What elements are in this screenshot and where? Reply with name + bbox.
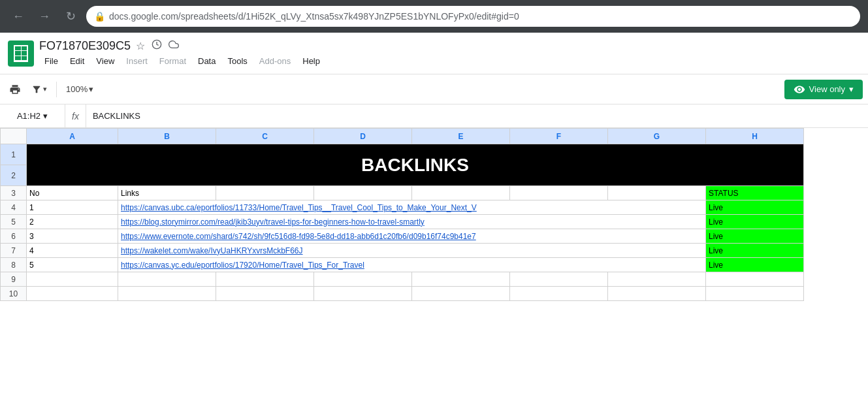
cell-b8[interactable]: https://canvas.yc.edu/eportfolios/17920/… <box>118 258 706 272</box>
address-bar[interactable]: 🔒 docs.google.com/spreadsheets/d/1Hi52K_… <box>86 6 860 27</box>
menu-help[interactable]: Help <box>297 54 325 69</box>
view-only-dropdown-arrow: ▾ <box>849 84 854 94</box>
print-button[interactable] <box>5 81 25 98</box>
zoom-selector[interactable]: 100% ▾ <box>62 82 97 97</box>
cell-f10[interactable] <box>510 287 608 301</box>
col-header-c[interactable]: C <box>216 129 314 144</box>
row-num-7: 7 <box>1 244 27 258</box>
cell-c9[interactable] <box>216 272 314 287</box>
cell-e10[interactable] <box>412 287 510 301</box>
cell-b10[interactable] <box>118 287 216 301</box>
eye-icon <box>794 84 805 95</box>
table-row: 9 <box>1 272 804 287</box>
row-num-2: 2 <box>1 165 27 186</box>
doc-title: FO71870E309C5 <box>39 39 131 53</box>
cell-reference[interactable]: A1:H2 ▾ <box>0 104 65 127</box>
reload-button[interactable]: ↻ <box>60 6 81 27</box>
back-button[interactable]: ← <box>8 6 29 27</box>
col-header-a[interactable]: A <box>27 129 118 144</box>
cell-a5[interactable]: 2 <box>27 215 118 229</box>
grid-table: A B C D E F G H 1 BACKLINKS 2 <box>0 128 804 301</box>
cell-g3[interactable] <box>608 186 706 200</box>
history-button[interactable] <box>150 38 163 54</box>
cell-h9[interactable] <box>706 272 804 287</box>
col-header-d[interactable]: D <box>314 129 412 144</box>
spreadsheet-grid[interactable]: A B C D E F G H 1 BACKLINKS 2 <box>0 128 868 301</box>
menu-data[interactable]: Data <box>193 54 221 69</box>
menu-view[interactable]: View <box>91 54 120 69</box>
cell-ref-dropdown[interactable]: ▾ <box>43 111 48 121</box>
menu-addons[interactable]: Add-ons <box>254 54 296 69</box>
table-row: 4 1 https://canvas.ubc.ca/eportfolios/11… <box>1 200 804 215</box>
cell-a3[interactable]: No <box>27 186 118 200</box>
lock-icon: 🔒 <box>94 11 105 22</box>
zoom-dropdown-icon: ▾ <box>89 84 93 94</box>
cell-c3[interactable] <box>216 186 314 200</box>
menu-insert[interactable]: Insert <box>121 54 153 69</box>
cell-b9[interactable] <box>118 272 216 287</box>
cell-b3[interactable]: Links <box>118 186 216 200</box>
row-num-10: 10 <box>1 287 27 301</box>
cloud-save-button[interactable] <box>167 38 180 54</box>
menu-tools[interactable]: Tools <box>222 54 252 69</box>
cell-f3[interactable] <box>510 186 608 200</box>
cell-d3[interactable] <box>314 186 412 200</box>
cell-b7[interactable]: https://wakelet.com/wake/IvyUaHKRYxvrsMc… <box>118 244 706 258</box>
formula-bar: A1:H2 ▾ fx BACKLINKS <box>0 104 868 128</box>
cell-a9[interactable] <box>27 272 118 287</box>
cell-d10[interactable] <box>314 287 412 301</box>
cell-a8[interactable]: 5 <box>27 258 118 272</box>
row-num-8: 8 <box>1 258 27 272</box>
cell-d9[interactable] <box>314 272 412 287</box>
cell-h6[interactable]: Live <box>706 229 804 244</box>
table-row: 5 2 https://blog.storymirror.com/read/jk… <box>1 215 804 229</box>
menu-format[interactable]: Format <box>154 54 191 69</box>
row-num-4: 4 <box>1 200 27 215</box>
toolbar-separator-1 <box>56 82 57 97</box>
row-num-1: 1 <box>1 144 27 165</box>
forward-button[interactable]: → <box>34 6 55 27</box>
col-header-b[interactable]: B <box>118 129 216 144</box>
col-header-g[interactable]: G <box>608 129 706 144</box>
corner-cell <box>1 129 27 144</box>
cell-ref-text: A1:H2 <box>17 111 40 121</box>
cell-b5[interactable]: https://blog.storymirror.com/read/jkib3u… <box>118 215 706 229</box>
cell-h4[interactable]: Live <box>706 200 804 215</box>
cell-b6[interactable]: https://www.evernote.com/shard/s742/sh/9… <box>118 229 706 244</box>
view-only-label: View only <box>809 84 845 94</box>
column-header-row: A B C D E F G H <box>1 129 804 144</box>
cell-e9[interactable] <box>412 272 510 287</box>
view-only-button[interactable]: View only ▾ <box>784 80 863 99</box>
cell-h8[interactable]: Live <box>706 258 804 272</box>
cell-h10[interactable] <box>706 287 804 301</box>
cell-a6[interactable]: 3 <box>27 229 118 244</box>
col-header-f[interactable]: F <box>510 129 608 144</box>
zoom-level: 100% <box>66 84 88 94</box>
cell-b4[interactable]: https://canvas.ubc.ca/eportfolios/11733/… <box>118 200 706 215</box>
col-header-e[interactable]: E <box>412 129 510 144</box>
cell-h7[interactable]: Live <box>706 244 804 258</box>
menu-file[interactable]: File <box>39 54 63 69</box>
cell-g10[interactable] <box>608 287 706 301</box>
cell-a4[interactable]: 1 <box>27 200 118 215</box>
cell-h3[interactable]: STATUS <box>706 186 804 200</box>
filter-button[interactable]: ▾ <box>27 82 51 97</box>
cell-f9[interactable] <box>510 272 608 287</box>
cell-e3[interactable] <box>412 186 510 200</box>
table-row: 10 <box>1 287 804 301</box>
table-row: 3 No Links STATUS <box>1 186 804 200</box>
backlinks-title: BACKLINKS <box>361 155 469 175</box>
cell-a10[interactable] <box>27 287 118 301</box>
table-row: 1 BACKLINKS <box>1 144 804 165</box>
cell-h5[interactable]: Live <box>706 215 804 229</box>
backlinks-header-cell[interactable]: BACKLINKS <box>27 144 804 186</box>
row-num-5: 5 <box>1 215 27 229</box>
cell-a7[interactable]: 4 <box>27 244 118 258</box>
cell-c10[interactable] <box>216 287 314 301</box>
menu-edit[interactable]: Edit <box>65 54 89 69</box>
toolbar: ▾ 100% ▾ View only ▾ <box>0 74 868 104</box>
star-button[interactable]: ☆ <box>135 39 146 54</box>
cell-g9[interactable] <box>608 272 706 287</box>
col-header-h[interactable]: H <box>706 129 804 144</box>
row-num-9: 9 <box>1 272 27 287</box>
